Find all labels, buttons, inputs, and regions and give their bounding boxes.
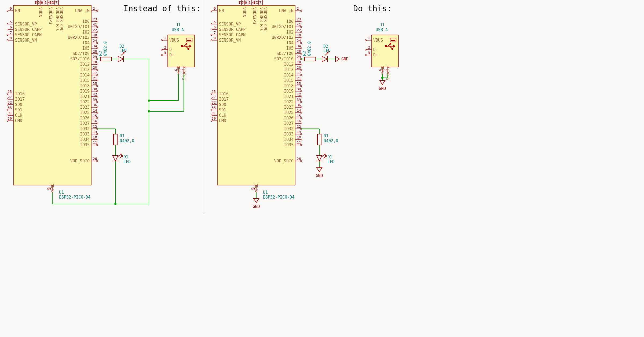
svg-text:IO2: IO2 <box>286 30 294 35</box>
svg-text:LNA_IN: LNA_IN <box>75 8 90 13</box>
svg-text:29: 29 <box>297 55 301 59</box>
svg-text:0402,0: 0402,0 <box>120 138 134 143</box>
svg-text:IO33: IO33 <box>284 132 294 137</box>
svg-text:27: 27 <box>8 95 12 99</box>
svg-text:VBUS: VBUS <box>373 38 383 43</box>
svg-text:ESP32-PICO-D4: ESP32-PICO-D4 <box>59 195 90 200</box>
svg-text:5: 5 <box>10 20 12 24</box>
svg-text:21: 21 <box>93 76 97 80</box>
svg-text:24: 24 <box>297 39 301 43</box>
svg-text:2: 2 <box>368 45 370 49</box>
svg-text:18: 18 <box>93 60 97 64</box>
svg-text:12: 12 <box>297 124 301 129</box>
svg-text:CMD: CMD <box>219 118 226 123</box>
svg-text:LED: LED <box>119 48 127 53</box>
svg-text:IO5: IO5 <box>286 46 294 51</box>
svg-text:IO19: IO19 <box>284 89 294 94</box>
svg-text:U1: U1 <box>263 190 268 195</box>
svg-text:IO27: IO27 <box>284 121 294 126</box>
svg-text:10: 10 <box>93 135 97 139</box>
svg-text:U1: U1 <box>59 190 64 195</box>
schematic-canvas: Instead of this: Do this: 9 EN 5 SENSOR_… <box>0 0 408 214</box>
svg-text:VDD_SDIO: VDD_SDIO <box>274 159 294 163</box>
svg-text:VDDA3P3: VDDA3P3 <box>252 7 257 24</box>
svg-text:U0TXD/IO1: U0TXD/IO1 <box>68 24 90 29</box>
svg-text:5: 5 <box>214 20 216 24</box>
svg-text:10: 10 <box>297 135 301 139</box>
svg-text:41: 41 <box>93 23 97 27</box>
svg-text:28: 28 <box>93 49 97 53</box>
svg-text:23: 23 <box>93 17 97 21</box>
svg-text:R2: R2 <box>98 51 103 56</box>
svg-text:IO26: IO26 <box>80 116 90 120</box>
svg-text:GND: GND <box>379 86 386 91</box>
svg-text:29: 29 <box>93 55 97 59</box>
svg-text:22: 22 <box>93 28 97 32</box>
svg-text:14: 14 <box>297 108 301 112</box>
svg-text:CLK: CLK <box>15 113 22 118</box>
svg-text:VDDA: VDDA <box>242 7 247 17</box>
svg-text:IO15: IO15 <box>80 78 90 83</box>
svg-text:U0RXD/IO3: U0RXD/IO3 <box>68 35 90 40</box>
svg-point-173 <box>58 0 59 0</box>
svg-rect-479 <box>391 40 395 41</box>
svg-text:3: 3 <box>164 51 166 55</box>
svg-text:USB_A: USB_A <box>376 27 388 32</box>
svg-text:6: 6 <box>10 25 12 29</box>
svg-text:IO27: IO27 <box>80 121 90 126</box>
svg-text:J1: J1 <box>176 23 181 27</box>
svg-text:17: 17 <box>93 71 97 75</box>
svg-text:IO16: IO16 <box>15 91 25 96</box>
svg-point-483 <box>381 77 383 79</box>
svg-text:LED: LED <box>323 48 331 53</box>
svg-text:SD0: SD0 <box>15 102 22 107</box>
svg-text:IO25: IO25 <box>284 110 294 115</box>
svg-text:33: 33 <box>211 106 216 110</box>
svg-text:3: 3 <box>368 51 370 55</box>
svg-text:33: 33 <box>8 106 12 110</box>
svg-text:35: 35 <box>93 82 97 86</box>
svg-text:SENSOR_CAPP: SENSOR_CAPP <box>15 27 42 32</box>
svg-text:31: 31 <box>211 111 216 115</box>
svg-text:37: 37 <box>257 1 261 5</box>
svg-point-159 <box>43 0 45 0</box>
svg-text:VDDA: VDDA <box>38 7 43 17</box>
svg-text:37: 37 <box>53 1 57 5</box>
svg-text:IO21: IO21 <box>284 94 294 99</box>
svg-text:1: 1 <box>368 36 370 40</box>
svg-text:SD0: SD0 <box>219 102 226 107</box>
svg-text:U0RXD/IO3: U0RXD/IO3 <box>272 35 294 40</box>
svg-point-422 <box>262 0 263 0</box>
svg-text:18: 18 <box>297 60 301 64</box>
svg-text:41: 41 <box>297 23 301 27</box>
svg-text:39: 39 <box>297 98 301 102</box>
svg-text:11: 11 <box>93 141 97 145</box>
svg-text:GND: GND <box>50 184 55 191</box>
svg-text:16: 16 <box>93 119 97 123</box>
svg-text:IO32: IO32 <box>80 126 90 131</box>
svg-text:27: 27 <box>211 95 216 99</box>
svg-text:IO34: IO34 <box>284 137 294 142</box>
svg-text:34: 34 <box>93 44 97 48</box>
svg-text:IO4: IO4 <box>286 41 294 45</box>
svg-text:28: 28 <box>297 49 301 53</box>
svg-text:8: 8 <box>214 36 216 40</box>
svg-point-223 <box>188 48 189 50</box>
svg-text:0402,0: 0402,0 <box>307 41 312 56</box>
svg-text:32: 32 <box>211 100 216 104</box>
svg-text:IO22: IO22 <box>80 100 90 104</box>
svg-text:IO22: IO22 <box>284 100 294 104</box>
svg-text:USB_A: USB_A <box>172 27 184 32</box>
svg-text:36: 36 <box>93 103 97 107</box>
svg-text:D1: D1 <box>327 155 332 159</box>
svg-text:34: 34 <box>297 44 301 48</box>
title-right: Do this: <box>353 4 392 13</box>
svg-text:VDD_SDIO: VDD_SDIO <box>70 159 90 163</box>
svg-text:GND: GND <box>253 204 260 209</box>
svg-text:VDDA3P3: VDDA3P3 <box>48 7 53 24</box>
svg-text:VDD3P3_CPU: VDD3P3_CPU <box>263 7 268 31</box>
svg-point-415 <box>254 0 256 0</box>
svg-text:46: 46 <box>39 1 43 5</box>
svg-text:17: 17 <box>297 71 301 75</box>
svg-text:IO0: IO0 <box>82 19 90 24</box>
